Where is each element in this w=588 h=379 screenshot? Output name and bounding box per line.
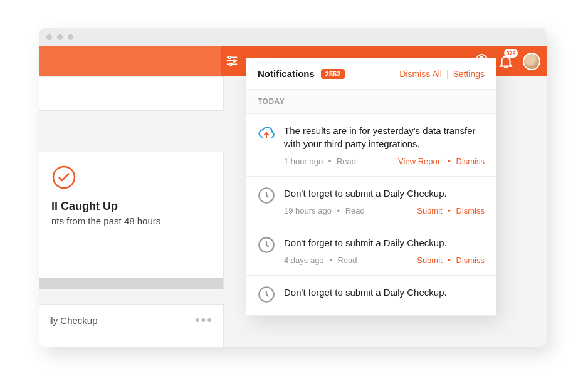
clock-icon (258, 236, 275, 254)
progress-bar (39, 278, 223, 289)
notification-read-state: Read (337, 256, 357, 265)
notification-item[interactable]: Don't forget to submit a Daily Checkup. … (246, 226, 496, 276)
dismiss-all-link[interactable]: Dismiss All (399, 69, 442, 79)
clock-icon (258, 286, 275, 303)
notification-text: Don't forget to submit a Daily Checkup. (284, 236, 485, 249)
window-titlebar (39, 28, 547, 46)
dismiss-link[interactable]: Dismiss (456, 206, 485, 215)
notification-read-state: Read (337, 157, 356, 166)
window-dot-icon (57, 34, 63, 40)
panel-count-badge: 2552 (321, 69, 345, 79)
notification-text: The results are in for yesterday's data … (284, 124, 485, 150)
app-window: 379 ll Caught Up nts from the past 48 ho… (39, 28, 547, 347)
caught-up-title: ll Caught Up (51, 200, 211, 213)
filter-button[interactable] (225, 54, 239, 68)
separator: | (446, 69, 449, 79)
sliders-icon (225, 54, 239, 68)
panel-title: Notifications (258, 68, 315, 79)
check-circle-icon (51, 165, 76, 190)
submit-link[interactable]: Submit (417, 256, 442, 265)
cloud-upload-icon (258, 124, 275, 142)
window-dot-icon (46, 34, 52, 40)
notification-item[interactable]: Don't forget to submit a Daily Checkup. (246, 276, 496, 316)
svg-point-4 (233, 60, 236, 62)
card (39, 76, 224, 111)
svg-point-3 (229, 56, 231, 59)
svg-point-7 (53, 167, 75, 188)
notification-count-badge: 379 (504, 49, 518, 58)
group-header-today: TODAY (246, 90, 496, 114)
notification-item[interactable]: Don't forget to submit a Daily Checkup. … (246, 177, 496, 226)
search-input[interactable] (39, 46, 221, 76)
submit-link[interactable]: Submit (417, 206, 442, 215)
daily-checkup-card[interactable]: ily Checkup ••• (39, 304, 224, 347)
panel-header: Notifications 2552 Dismiss All | Setting… (246, 58, 496, 90)
more-icon[interactable]: ••• (195, 318, 213, 323)
notification-item[interactable]: The results are in for yesterday's data … (246, 114, 496, 177)
caught-up-subtitle: nts from the past 48 hours (51, 215, 211, 226)
avatar[interactable] (523, 53, 540, 70)
dismiss-link[interactable]: Dismiss (456, 256, 485, 265)
daily-checkup-label: ily Checkup (49, 315, 98, 326)
notifications-button[interactable]: 379 (498, 53, 514, 70)
settings-link[interactable]: Settings (453, 69, 485, 79)
notifications-panel: Notifications 2552 Dismiss All | Setting… (246, 58, 496, 316)
notification-text: Don't forget to submit a Daily Checkup. (284, 286, 485, 299)
notification-read-state: Read (345, 206, 365, 215)
caught-up-card: ll Caught Up nts from the past 48 hours (39, 152, 224, 289)
dismiss-link[interactable]: Dismiss (456, 157, 485, 166)
view-report-link[interactable]: View Report (398, 157, 443, 166)
notification-text: Don't forget to submit a Daily Checkup. (284, 187, 485, 200)
notification-time: 19 hours ago (284, 206, 332, 215)
clock-icon (258, 187, 275, 204)
notification-time: 1 hour ago (284, 157, 323, 166)
notification-time: 4 days ago (284, 256, 324, 265)
svg-point-5 (229, 63, 232, 66)
window-dot-icon (68, 34, 73, 40)
